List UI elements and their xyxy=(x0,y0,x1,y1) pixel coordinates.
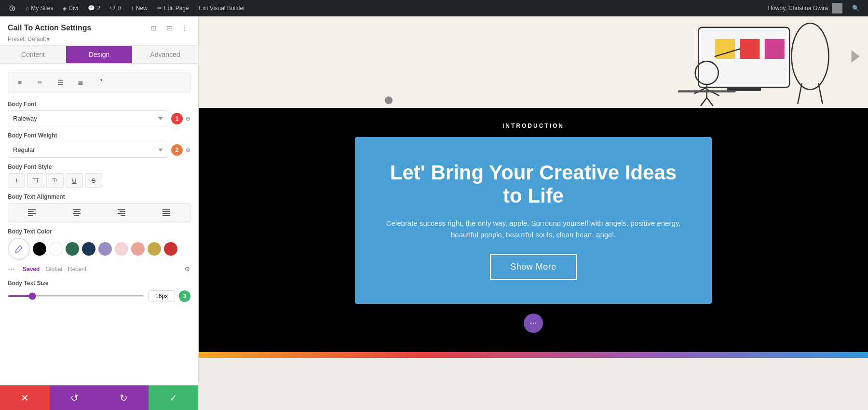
my-sites-menu[interactable]: ⌂ My Sites xyxy=(22,0,57,16)
panel-title-row: Call To Action Settings ⊡ ⊟ ⋮ xyxy=(8,22,190,34)
show-more-button[interactable]: Show More xyxy=(490,254,577,280)
admin-bar: ⊛ ⌂ My Sites ◈ Divi 💬 2 🗨 0 + New ✏ Edit… xyxy=(0,0,868,16)
preset-selector[interactable]: Preset: Default ▾ xyxy=(8,36,190,42)
body-text-color-label: Body Text Color xyxy=(8,228,190,235)
more-options-icon[interactable]: ⋮ xyxy=(179,22,190,34)
body-font-style-row: I TT Tr U S xyxy=(8,173,190,188)
cta-body: Celebrate success right, the only way, a… xyxy=(384,218,683,241)
edit-page-button[interactable]: ✏ Edit Page xyxy=(153,0,193,16)
quote-icon[interactable]: " xyxy=(92,75,109,90)
body-font-badge: 1 xyxy=(171,113,183,124)
capitalize-icon[interactable]: Tr xyxy=(46,173,64,188)
panel-header-icons: ⊡ ⊟ ⋮ xyxy=(148,22,190,34)
cta-heading: Let' Bring Your Creative Ideas to Life xyxy=(384,161,683,208)
body-font-row: Raleway 1 ⊕ xyxy=(8,110,190,126)
expand-icon[interactable]: ⊟ xyxy=(163,22,175,34)
global-colors-tab[interactable]: Global xyxy=(45,266,62,273)
svg-rect-4 xyxy=(73,209,81,210)
user-account[interactable]: Howdy, Christina Gwira xyxy=(764,0,846,16)
body-font-expand-icon: ⊕ xyxy=(186,115,190,122)
strikethrough-icon[interactable]: S xyxy=(85,173,102,188)
italic-icon[interactable]: I xyxy=(8,173,25,188)
color-swatch-red[interactable] xyxy=(164,242,177,256)
body-font-weight-expand-icon: ⊕ xyxy=(186,147,190,153)
uppercase-icon[interactable]: TT xyxy=(27,173,44,188)
body-font-weight-select[interactable]: Regular xyxy=(8,142,168,158)
align-center-button[interactable] xyxy=(55,205,98,220)
save-button[interactable]: ✓ xyxy=(149,385,198,410)
svg-marker-34 xyxy=(852,50,860,63)
redo-icon: ↻ xyxy=(120,392,128,404)
svg-rect-13 xyxy=(163,211,170,212)
ellipsis-icon: ··· xyxy=(529,318,537,328)
comment-icon: 💬 xyxy=(88,5,95,12)
svg-rect-7 xyxy=(74,215,79,216)
color-swatch-white[interactable] xyxy=(49,242,63,256)
svg-rect-21 xyxy=(740,39,760,59)
body-font-weight-badge: 2 xyxy=(171,144,183,156)
new-menu[interactable]: + New xyxy=(127,0,151,16)
svg-rect-0 xyxy=(28,209,36,210)
panel-header: Call To Action Settings ⊡ ⊟ ⋮ Preset: De… xyxy=(0,16,198,46)
redo-button[interactable]: ↻ xyxy=(99,385,149,410)
color-swatch-lavender[interactable] xyxy=(98,242,112,256)
svg-rect-22 xyxy=(765,39,785,59)
color-swatch-light-pink[interactable] xyxy=(115,242,128,256)
body-text-size-label: Body Text Size xyxy=(8,280,190,287)
align-right-button[interactable] xyxy=(100,205,143,220)
cta-box: Let' Bring Your Creative Ideas to Life C… xyxy=(355,137,712,304)
body-text-size-slider[interactable] xyxy=(8,295,144,297)
color-swatches-row xyxy=(8,238,190,260)
divi-menu[interactable]: ◈ Divi xyxy=(59,0,82,16)
purple-dots-circle-button[interactable]: ··· xyxy=(524,314,543,333)
body-font-select[interactable]: Raleway xyxy=(8,110,168,126)
admin-bar-right: Howdy, Christina Gwira 🔍 xyxy=(764,0,863,16)
color-swatch-black[interactable] xyxy=(33,242,46,256)
body-font-style-label: Body Font Style xyxy=(8,164,190,170)
svg-rect-12 xyxy=(163,209,170,210)
color-swatch-gold[interactable] xyxy=(148,242,161,256)
cancel-button[interactable]: ✕ xyxy=(0,385,50,410)
svg-rect-9 xyxy=(120,211,125,212)
color-swatch-salmon[interactable] xyxy=(131,242,145,256)
undo-icon: ↺ xyxy=(70,392,79,404)
align-justify-button[interactable] xyxy=(145,205,188,220)
illustration-section xyxy=(199,16,868,108)
svg-rect-8 xyxy=(118,209,125,210)
body-text-size-row: 16px 3 xyxy=(8,290,190,302)
exit-visual-builder-button[interactable]: Exit Visual Builder xyxy=(195,0,249,16)
tab-advanced[interactable]: Advanced xyxy=(132,46,198,63)
underline-icon[interactable]: U xyxy=(66,173,83,188)
tab-design[interactable]: Design xyxy=(66,46,132,63)
svg-rect-15 xyxy=(163,215,170,216)
dots-button[interactable]: ··· xyxy=(8,264,15,274)
svg-rect-1 xyxy=(28,211,34,212)
color-swatch-navy[interactable] xyxy=(82,242,95,256)
panel-tabs: Content Design Advanced xyxy=(0,46,198,64)
edit-icon[interactable]: ✏ xyxy=(31,75,49,90)
tab-content[interactable]: Content xyxy=(0,46,66,63)
numbered-list-icon[interactable]: ≣ xyxy=(72,75,89,90)
svg-line-33 xyxy=(818,83,823,104)
list-icon[interactable]: ☰ xyxy=(52,75,69,90)
align-left-icon[interactable]: ≡ xyxy=(11,75,28,90)
wp-logo[interactable]: ⊛ xyxy=(5,0,20,16)
comment-count-menu[interactable]: 🗨 0 xyxy=(106,0,125,16)
svg-point-31 xyxy=(791,23,828,89)
svg-line-28 xyxy=(701,98,707,106)
body-text-size-input[interactable]: 16px xyxy=(148,290,175,302)
align-left-button[interactable] xyxy=(10,205,53,220)
saved-colors-tab[interactable]: Saved xyxy=(23,266,40,273)
user-avatar xyxy=(832,3,842,14)
color-swatch-green[interactable] xyxy=(66,242,79,256)
minimize-icon[interactable]: ⊡ xyxy=(148,22,160,34)
color-picker-button[interactable] xyxy=(8,238,30,260)
svg-rect-11 xyxy=(121,215,125,216)
comment-bubble-icon: 🗨 xyxy=(110,5,116,12)
search-button[interactable]: 🔍 xyxy=(848,0,863,16)
comments-menu[interactable]: 💬 2 xyxy=(84,0,104,16)
illustration-svg xyxy=(579,21,868,108)
undo-button[interactable]: ↺ xyxy=(50,385,99,410)
color-settings-icon[interactable]: ⚙ xyxy=(184,265,190,273)
recent-colors-tab[interactable]: Recent xyxy=(68,266,86,273)
